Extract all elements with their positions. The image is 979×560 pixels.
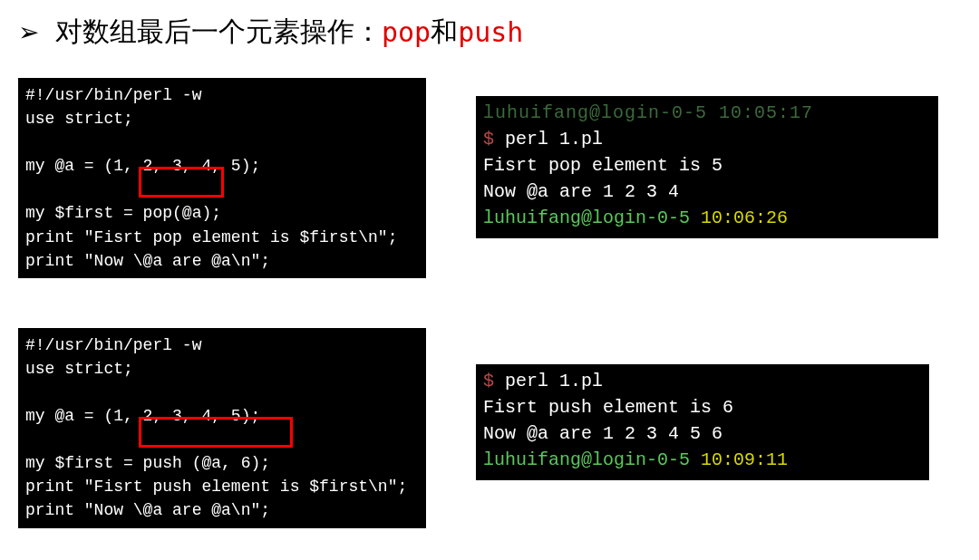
title: ➢ 对数组最后一个元素操作： pop 和 push — [18, 14, 961, 51]
title-text: 对数组最后一个元素操作： — [55, 14, 382, 51]
highlight-box-pop — [139, 167, 224, 198]
output-line: Now @a are 1 2 3 4 5 6 — [483, 423, 722, 444]
output-block-pop: luhuifang@login-0-5 10:05:17 $ perl 1.pl… — [476, 96, 938, 238]
output-command: perl 1.pl — [505, 129, 603, 150]
output-line: Now @a are 1 2 3 4 — [483, 181, 679, 202]
output-user-host: luhuifang@login-0-5 — [483, 449, 690, 470]
prompt-dollar-icon: $ — [483, 371, 494, 391]
output-cropped-line: luhuifang@login-0-5 10:05:17 — [483, 102, 813, 123]
example-pop: #!/usr/bin/perl -w use strict; my @a = (… — [18, 78, 961, 278]
output-timestamp: 10:09:11 — [701, 449, 788, 470]
output-block-push: $ perl 1.pl Fisrt push element is 6 Now … — [476, 364, 929, 480]
code-block-pop: #!/usr/bin/perl -w use strict; my @a = (… — [18, 78, 426, 278]
title-keyword-push: push — [458, 16, 523, 48]
output-line: Fisrt push element is 6 — [483, 397, 733, 418]
prompt-dollar-icon: $ — [483, 129, 494, 150]
code-block-push: #!/usr/bin/perl -w use strict; my @a = (… — [18, 328, 426, 528]
title-separator: 和 — [431, 14, 458, 51]
bullet-icon: ➢ — [18, 17, 39, 47]
highlight-box-push — [139, 417, 293, 448]
output-line: Fisrt pop element is 5 — [483, 155, 722, 176]
output-user-host: luhuifang@login-0-5 — [483, 208, 690, 228]
title-keyword-pop: pop — [382, 16, 431, 48]
output-timestamp: 10:06:26 — [701, 208, 788, 228]
example-push: #!/usr/bin/perl -w use strict; my @a = (… — [18, 328, 961, 528]
output-command: perl 1.pl — [505, 371, 603, 391]
